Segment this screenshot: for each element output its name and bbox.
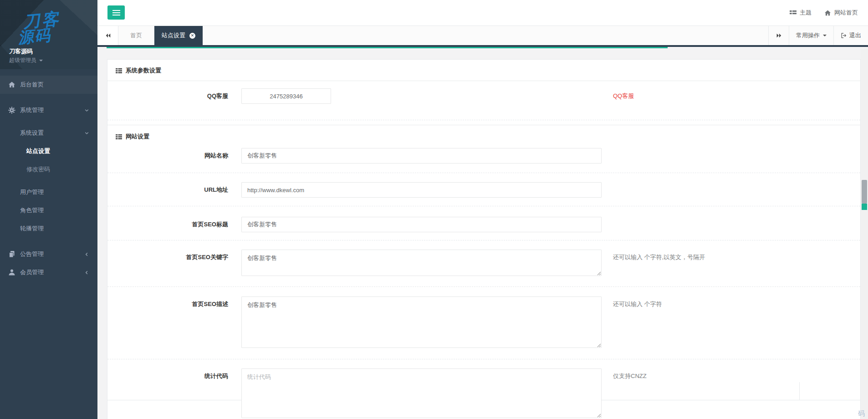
scrollbar-thumb[interactable] bbox=[862, 180, 867, 204]
sidebar-item-system-mgmt[interactable]: 系统管理 bbox=[0, 101, 97, 119]
user-role-label: 超级管理员 bbox=[9, 57, 36, 63]
tab-site-settings[interactable]: 站点设置 ✕ bbox=[154, 26, 203, 45]
stats-code-textarea[interactable] bbox=[241, 368, 602, 418]
section-title: 网站设置 bbox=[126, 133, 149, 141]
seo-keywords-field-wrap: 创客新零售 bbox=[241, 250, 602, 277]
brand-header: 刀客 源码 刀客源码 超级管理员 bbox=[0, 0, 97, 69]
sidebar-item-label: 轮播管理 bbox=[20, 225, 44, 233]
tab-label: 首页 bbox=[130, 31, 142, 40]
seo-desc-field-wrap: 创客新零售 bbox=[241, 296, 602, 349]
seo-title-field-wrap bbox=[241, 217, 602, 232]
gear-icon bbox=[8, 107, 15, 114]
watermark-text: 码 bbox=[858, 409, 865, 418]
site-name-field-wrap bbox=[241, 148, 602, 164]
form-row-seo-title: 首页SEO标题 bbox=[107, 206, 860, 240]
settings-panel: 系统参数设置 QQ客服 QQ客服 网站设置 bbox=[107, 59, 861, 419]
sidebar-item-label: 会员管理 bbox=[20, 268, 44, 276]
tab-strip-spacer bbox=[203, 26, 768, 45]
caret-down-icon bbox=[39, 60, 43, 61]
tabs-scroll-left-button[interactable] bbox=[97, 26, 118, 45]
sidebar-item-label: 后台首页 bbox=[20, 81, 44, 89]
logout-label: 退出 bbox=[849, 31, 861, 40]
sidebar-item-role-mgmt[interactable]: 角色管理 bbox=[0, 201, 97, 220]
site-home-label: 网站首页 bbox=[834, 9, 858, 17]
sidebar: 刀客 源码 刀客源码 超级管理员 后台首页 系统管理 bbox=[0, 0, 97, 419]
user-icon bbox=[8, 269, 15, 276]
section-site-settings: 网站设置 网站名称 URL地址 bbox=[107, 125, 860, 419]
sidebar-item-label: 角色管理 bbox=[20, 206, 44, 215]
logout-button[interactable]: 退出 bbox=[833, 26, 868, 45]
sidebar-item-dashboard[interactable]: 后台首页 bbox=[0, 76, 97, 94]
tabs-scroll-right-button[interactable] bbox=[768, 26, 789, 45]
brand-logo-line2: 源码 bbox=[17, 26, 62, 45]
app-root: 刀客 源码 刀客源码 超级管理员 后台首页 系统管理 bbox=[0, 0, 868, 419]
chevron-down-icon bbox=[84, 108, 89, 113]
sign-out-icon bbox=[841, 32, 847, 39]
chevron-left-icon bbox=[84, 252, 89, 257]
tab-home[interactable]: 首页 bbox=[118, 26, 154, 45]
site-home-button[interactable]: 网站首页 bbox=[824, 9, 858, 17]
qq-field-wrap bbox=[241, 88, 602, 104]
panel-divider-vertical bbox=[799, 382, 800, 400]
theme-button[interactable]: 主题 bbox=[790, 9, 812, 17]
sidebar-item-member-mgmt[interactable]: 会员管理 bbox=[0, 263, 97, 281]
site-name-label: 网站名称 bbox=[107, 148, 228, 164]
th-list-icon bbox=[116, 67, 122, 74]
stats-code-hint: 仅支持CNZZ bbox=[613, 368, 647, 384]
form-row-url: URL地址 bbox=[107, 173, 860, 206]
form-row-seo-keywords: 首页SEO关键字 创客新零售 还可以输入 个字符,以英文，号隔开 bbox=[107, 240, 860, 287]
qq-input[interactable] bbox=[241, 88, 331, 104]
stats-code-field-wrap bbox=[241, 368, 602, 419]
user-role-dropdown[interactable]: 超级管理员 bbox=[9, 56, 43, 64]
common-actions-dropdown[interactable]: 常用操作 bbox=[789, 26, 833, 45]
url-label: URL地址 bbox=[107, 182, 228, 198]
sidebar-item-change-password[interactable]: 修改密码 bbox=[0, 160, 97, 179]
sidebar-toggle-button[interactable] bbox=[107, 5, 125, 20]
seo-desc-label: 首页SEO描述 bbox=[107, 296, 228, 312]
sidebar-item-announcement-mgmt[interactable]: 公告管理 bbox=[0, 245, 97, 263]
files-icon bbox=[8, 250, 15, 258]
vertical-scrollbar[interactable] bbox=[861, 49, 868, 419]
home-icon bbox=[8, 81, 15, 88]
seo-title-input[interactable] bbox=[241, 217, 602, 232]
sidebar-item-label: 系统管理 bbox=[20, 106, 44, 114]
form-row-site-name: 网站名称 bbox=[107, 144, 860, 173]
theme-label: 主题 bbox=[800, 9, 812, 17]
tab-strip: 首页 站点设置 ✕ 常用操作 退出 bbox=[97, 26, 868, 45]
seo-keywords-textarea[interactable]: 创客新零售 bbox=[241, 250, 602, 276]
form-row-stats-code: 统计代码 仅支持CNZZ bbox=[107, 359, 860, 419]
chevron-down-icon bbox=[84, 131, 89, 136]
qq-label: QQ客服 bbox=[107, 88, 228, 104]
double-left-arrow-icon bbox=[105, 32, 111, 39]
sidebar-item-label: 系统设置 bbox=[20, 129, 44, 137]
sidebar-item-site-settings[interactable]: 站点设置 bbox=[0, 142, 97, 160]
seo-keywords-hint: 还可以输入 个字符,以英文，号隔开 bbox=[613, 250, 705, 265]
chevron-left-icon bbox=[84, 270, 89, 275]
seo-desc-hint: 还可以输入 个字符 bbox=[613, 296, 662, 312]
seo-title-label: 首页SEO标题 bbox=[107, 217, 228, 232]
sidebar-item-user-mgmt[interactable]: 用户管理 bbox=[0, 183, 97, 201]
section-site-settings-header: 网站设置 bbox=[107, 125, 860, 144]
tab-close-icon[interactable]: ✕ bbox=[189, 33, 195, 39]
sidebar-item-label: 公告管理 bbox=[20, 250, 44, 258]
content-area: 系统参数设置 QQ客服 QQ客服 网站设置 bbox=[97, 49, 868, 419]
form-row-seo-desc: 首页SEO描述 创客新零售 还可以输入 个字符 bbox=[107, 287, 860, 359]
scrollbar-accent bbox=[862, 204, 867, 210]
theme-icon bbox=[790, 10, 797, 16]
main-area: 主题 网站首页 首页 站点设置 ✕ bbox=[97, 0, 868, 419]
seo-desc-textarea[interactable]: 创客新零售 bbox=[241, 296, 602, 348]
common-actions-label: 常用操作 bbox=[796, 31, 820, 40]
th-list-icon bbox=[116, 133, 122, 140]
sidebar-item-carousel-mgmt[interactable]: 轮播管理 bbox=[0, 220, 97, 238]
top-header: 主题 网站首页 bbox=[97, 0, 868, 26]
form-row-qq: QQ客服 QQ客服 bbox=[107, 81, 860, 120]
url-input[interactable] bbox=[241, 182, 602, 198]
sidebar-item-system-settings[interactable]: 系统设置 bbox=[0, 124, 97, 142]
sidebar-item-label: 站点设置 bbox=[26, 147, 50, 155]
tab-label: 站点设置 bbox=[162, 31, 185, 40]
section-title: 系统参数设置 bbox=[126, 66, 161, 75]
sidebar-item-label: 修改密码 bbox=[26, 165, 50, 174]
home-icon bbox=[824, 10, 831, 16]
top-header-right: 主题 网站首页 bbox=[790, 0, 858, 26]
site-name-input[interactable] bbox=[241, 148, 602, 164]
